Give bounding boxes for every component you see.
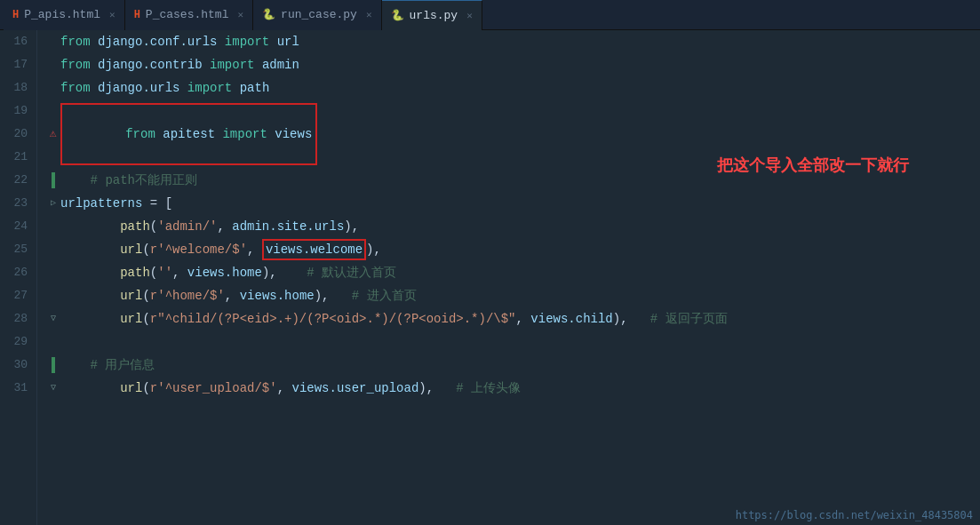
code-line-17: from django.contrib import admin <box>46 53 980 76</box>
line-num-29: 29 <box>0 330 28 354</box>
annotation-text: 把这个导入全部改一下就行 <box>717 155 909 176</box>
tab-close-icon[interactable]: ✕ <box>466 10 473 21</box>
code-line-23: ▷ urlpatterns = [ <box>46 192 980 215</box>
line-num-19: 19 <box>0 99 28 123</box>
code-line-20: ⚠ from apitest import views <box>46 123 980 146</box>
line-num-21: 21 <box>0 146 28 169</box>
tab-p-cases[interactable]: H P_cases.html ✕ <box>125 0 253 30</box>
code-area: 16 17 18 19 20 21 22 23 24 25 26 27 28 2… <box>0 30 980 525</box>
line-numbers: 16 17 18 19 20 21 22 23 24 25 26 27 28 2… <box>0 30 37 525</box>
code-line-28: ▽ url(r"^child/(?P<eid>.+)/(?P<oid>.*)/(… <box>46 307 980 330</box>
gutter-20: ⚠ <box>46 123 60 146</box>
code-line-26: path('', views.home), # 默认进入首页 <box>46 261 980 284</box>
tab-bar: H P_apis.html ✕ H P_cases.html ✕ 🐍 run_c… <box>0 0 980 30</box>
gutter-30 <box>46 357 60 373</box>
tab-label: run_case.py <box>281 8 357 21</box>
line-num-17: 17 <box>0 53 28 76</box>
tab-icon-urls: 🐍 <box>391 9 404 22</box>
gutter-28: ▽ <box>46 307 60 330</box>
tab-close-icon[interactable]: ✕ <box>237 9 243 20</box>
line-num-24: 24 <box>0 215 28 238</box>
code-line-30: # 用户信息 <box>46 354 980 377</box>
tab-close-icon[interactable]: ✕ <box>109 9 116 20</box>
code-line-29 <box>46 330 980 354</box>
line-num-20: 20 <box>0 123 28 146</box>
line-num-23: 23 <box>0 192 28 215</box>
gutter-23: ▷ <box>46 192 60 215</box>
line-num-26: 26 <box>0 261 28 284</box>
line-num-22: 22 <box>0 169 28 192</box>
line-num-16: 16 <box>0 30 28 53</box>
tab-urls[interactable]: 🐍 urls.py ✕ <box>382 0 482 30</box>
tab-icon-html2: H <box>134 9 140 21</box>
line-num-25: 25 <box>0 238 28 261</box>
views-welcome-box: views.welcome <box>262 239 366 260</box>
line-num-31: 31 <box>0 377 28 400</box>
line-num-30: 30 <box>0 354 28 377</box>
code-line-24: path('admin/', admin.site.urls), <box>46 215 980 238</box>
tab-label: urls.py <box>410 9 458 22</box>
tab-label: P_apis.html <box>24 8 100 21</box>
line-num-18: 18 <box>0 76 28 99</box>
tab-run-case[interactable]: 🐍 run_case.py ✕ <box>253 0 381 30</box>
tab-close-icon[interactable]: ✕ <box>366 9 372 20</box>
tab-icon-py: 🐍 <box>262 8 275 21</box>
kw-from-16: from <box>60 30 91 53</box>
tab-label: P_cases.html <box>146 8 229 21</box>
line-num-27: 27 <box>0 284 28 307</box>
code-line-31: ▽ url(r'^user_upload/$', views.user_uplo… <box>46 377 980 400</box>
url-bar: https://blog.csdn.net/weixin_48435804 <box>736 509 973 521</box>
gutter-22 <box>46 172 60 188</box>
tab-p-apis[interactable]: H P_apis.html ✕ <box>4 0 125 30</box>
code-line-18: from django.urls import path <box>46 76 980 99</box>
line-num-28: 28 <box>0 307 28 330</box>
code-content: from django.conf.urls import url from dj… <box>37 30 980 525</box>
code-line-16: from django.conf.urls import url <box>46 30 980 53</box>
gutter-31: ▽ <box>46 377 60 400</box>
tab-icon-html: H <box>12 9 19 21</box>
code-line-27: url(r'^home/$', views.home), # 进入首页 <box>46 284 980 307</box>
code-line-25: url(r'^welcome/$', views.welcome), <box>46 238 980 261</box>
